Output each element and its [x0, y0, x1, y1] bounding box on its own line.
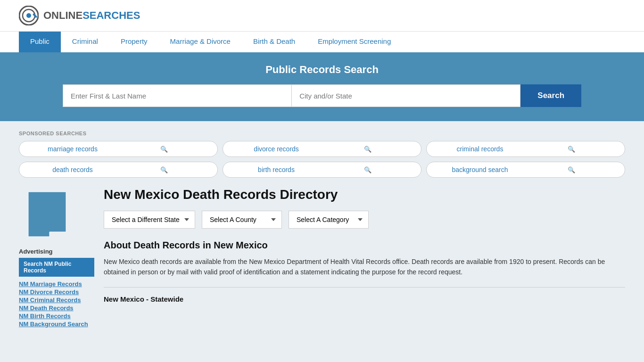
sidebar-link-criminal[interactable]: NM Criminal Records — [19, 296, 94, 304]
logo-online-text: ONLINE — [43, 9, 83, 22]
sponsored-criminal[interactable]: criminal records 🔍 — [426, 141, 625, 157]
search-banner-title: Public Records Search — [19, 64, 625, 76]
search-icon-background: 🔍 — [526, 166, 617, 173]
logo-text: ONLINE SEARCHES — [43, 9, 140, 22]
sponsored-marriage[interactable]: marriage records 🔍 — [19, 141, 218, 157]
name-input[interactable] — [63, 84, 291, 107]
dropdowns-row: Select a Different State Select A County… — [104, 211, 625, 229]
statewide-title: New Mexico - Statewide — [104, 295, 625, 303]
sponsored-divorce-label: divorce records — [231, 145, 322, 153]
sidebar: Advertising Search NM Public Records NM … — [19, 187, 94, 328]
about-title: About Death Records in New Mexico — [104, 240, 625, 251]
search-icon-death: 🔍 — [118, 166, 210, 173]
search-button[interactable]: Search — [520, 84, 581, 107]
sponsored-criminal-label: criminal records — [434, 145, 526, 153]
sidebar-links: NM Marriage Records NM Divorce Records N… — [19, 280, 94, 328]
sponsored-birth[interactable]: birth records 🔍 — [223, 162, 421, 178]
svg-point-2 — [26, 13, 31, 18]
sidebar-link-background[interactable]: NM Background Search — [19, 321, 94, 328]
nav-marriage-divorce[interactable]: Marriage & Divorce — [159, 32, 242, 52]
search-icon-divorce: 🔍 — [322, 146, 413, 153]
logo-searches-text: SEARCHES — [83, 9, 140, 22]
sidebar-link-marriage[interactable]: NM Marriage Records — [19, 280, 94, 288]
sponsored-grid: marriage records 🔍 divorce records 🔍 cri… — [19, 141, 625, 178]
svg-marker-4 — [28, 192, 66, 237]
sponsored-death[interactable]: death records 🔍 — [19, 162, 218, 178]
full-content: SPONSORED SEARCHES marriage records 🔍 di… — [19, 131, 625, 328]
content-wrapper: SPONSORED SEARCHES marriage records 🔍 di… — [0, 121, 644, 337]
nav-birth-death[interactable]: Birth & Death — [242, 32, 306, 52]
nav-bar: Public Criminal Property Marriage & Divo… — [0, 31, 644, 52]
logo-icon — [19, 6, 39, 25]
sidebar-link-divorce[interactable]: NM Divorce Records — [19, 288, 94, 296]
sponsored-death-label: death records — [27, 166, 118, 173]
nm-state-map — [19, 187, 75, 239]
location-input[interactable] — [291, 84, 520, 107]
nav-criminal[interactable]: Criminal — [61, 32, 109, 52]
sponsored-label: SPONSORED SEARCHES — [19, 131, 625, 136]
search-banner: Public Records Search Search — [0, 52, 644, 121]
search-icon-marriage: 🔍 — [118, 146, 210, 153]
county-dropdown[interactable]: Select A County — [202, 211, 282, 229]
search-form: Search — [63, 84, 581, 107]
sponsored-marriage-label: marriage records — [27, 145, 118, 153]
directory-content: New Mexico Death Records Directory Selec… — [104, 187, 625, 328]
directory-title: New Mexico Death Records Directory — [104, 187, 625, 202]
sidebar-link-death[interactable]: NM Death Records — [19, 304, 94, 312]
nav-public[interactable]: Public — [19, 32, 61, 52]
logo[interactable]: ONLINE SEARCHES — [19, 6, 140, 25]
category-dropdown[interactable]: Select A Category — [289, 211, 369, 229]
about-text: New Mexico death records are available f… — [104, 256, 625, 278]
main-section: Advertising Search NM Public Records NM … — [19, 187, 625, 328]
sponsored-background[interactable]: background search 🔍 — [426, 162, 625, 178]
sponsored-background-label: background search — [434, 166, 526, 173]
sidebar-link-birth[interactable]: NM Birth Records — [19, 313, 94, 320]
sponsored-birth-label: birth records — [231, 166, 322, 173]
advertising-label: Advertising — [19, 248, 94, 255]
section-divider — [104, 287, 625, 288]
search-icon-birth: 🔍 — [322, 166, 413, 173]
nav-property[interactable]: Property — [109, 32, 159, 52]
search-icon-criminal: 🔍 — [526, 146, 617, 153]
header: ONLINE SEARCHES — [0, 0, 644, 31]
state-dropdown[interactable]: Select a Different State — [104, 211, 195, 229]
sponsored-divorce[interactable]: divorce records 🔍 — [223, 141, 421, 157]
nav-employment[interactable]: Employment Screening — [306, 32, 402, 52]
ad-button[interactable]: Search NM Public Records — [19, 258, 94, 277]
